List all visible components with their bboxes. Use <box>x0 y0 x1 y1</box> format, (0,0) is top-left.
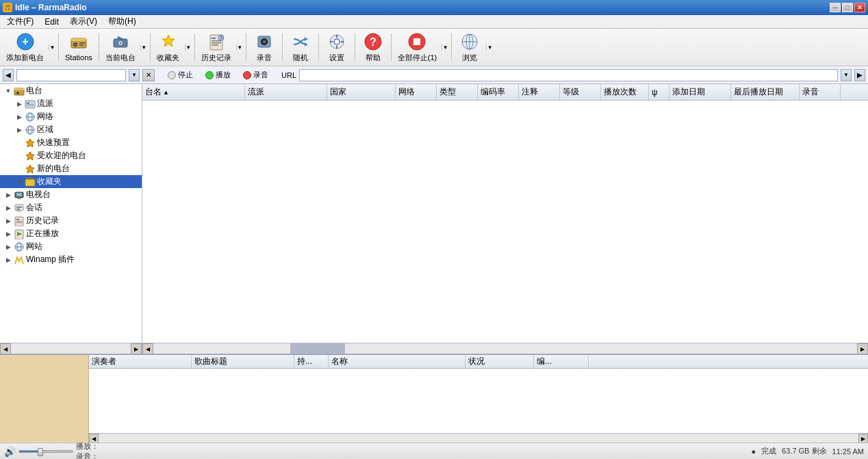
current-station-arrow[interactable]: ▼ <box>140 44 147 51</box>
expand-favorites[interactable]: ▼ <box>14 176 25 187</box>
sidebar-item-winamp[interactable]: ▶ Winamp 插件 <box>0 253 142 266</box>
th-col10[interactable]: ψ <box>649 84 669 100</box>
sidebar-scroll-track[interactable] <box>11 343 131 354</box>
browse-button[interactable]: 浏览 <box>455 31 485 64</box>
minimize-button[interactable]: ─ <box>830 3 841 12</box>
menu-help[interactable]: 帮助(H) <box>103 14 142 29</box>
add-station-button[interactable]: + 添加新电台 <box>3 31 47 64</box>
content-scroll-track[interactable] <box>153 343 857 354</box>
content-scroll-left[interactable]: ◀ <box>142 343 153 354</box>
history-button[interactable]: 历史记录 <box>198 31 235 64</box>
menu-file[interactable]: 文件(F) <box>1 14 39 29</box>
sidebar-item-website[interactable]: ▶ 网站 <box>0 240 142 253</box>
th-bitrate[interactable]: 编码率 <box>478 84 519 100</box>
bth-artist[interactable]: 演奏者 <box>89 355 192 368</box>
menu-edit[interactable]: Edit <box>39 16 64 28</box>
search-input[interactable] <box>16 69 126 81</box>
url-dropdown[interactable]: ▼ <box>841 69 852 81</box>
close-button[interactable]: ✕ <box>854 3 865 12</box>
current-station-button[interactable]: 当前电台 <box>102 31 139 64</box>
table-body[interactable] <box>142 101 868 343</box>
expand-website[interactable]: ▶ <box>3 241 14 252</box>
sidebar-item-new[interactable]: ▶ 新的电台 <box>0 162 142 175</box>
sidebar-item-genre[interactable]: ▶ 流派 <box>0 97 142 110</box>
th-name[interactable]: 台名 ▲ <box>142 84 245 100</box>
sidebar-item-region[interactable]: ▶ 区域 <box>0 123 142 136</box>
th-network[interactable]: 网络 <box>396 84 437 100</box>
search-clear-button[interactable]: ✕ <box>142 69 155 81</box>
maximize-button[interactable]: □ <box>842 3 853 12</box>
random-button[interactable]: 随机 <box>285 31 316 64</box>
expand-network[interactable]: ▶ <box>14 112 25 122</box>
sidebar-item-quickset[interactable]: ▶ 快速预置 <box>0 136 142 149</box>
svg-rect-27 <box>330 41 333 42</box>
history-arrow[interactable]: ▼ <box>236 44 243 51</box>
sidebar-scroll-left[interactable]: ◀ <box>0 343 11 354</box>
th-rating[interactable]: 等级 <box>560 84 601 100</box>
bth-name[interactable]: 名称 <box>329 355 465 368</box>
help-button[interactable]: ? 帮助 <box>358 31 388 64</box>
th-rec[interactable]: 录音 <box>800 84 841 100</box>
volume-thumb[interactable] <box>38 448 43 456</box>
th-country[interactable]: 国家 <box>327 84 396 100</box>
expand-quickset[interactable]: ▶ <box>14 137 25 148</box>
expand-playing[interactable]: ▶ <box>3 228 14 239</box>
add-station-arrow[interactable]: ▼ <box>49 44 55 51</box>
th-type[interactable]: 类型 <box>437 84 478 100</box>
sidebar-item-stations[interactable]: ▼ 电台 <box>0 84 142 97</box>
expand-region[interactable]: ▶ <box>14 124 25 135</box>
stop-button[interactable]: 停止 <box>163 68 198 82</box>
th-genre[interactable]: 流派 <box>245 84 327 100</box>
expand-session[interactable]: ▶ <box>3 202 14 213</box>
settings-button[interactable]: 设置 <box>322 31 352 64</box>
bth-duration[interactable]: 持... <box>294 355 329 368</box>
bottom-content[interactable]: ◀ ▶ <box>89 369 868 443</box>
expand-history[interactable]: ▶ <box>3 215 14 226</box>
sidebar-scroll-right[interactable]: ▶ <box>131 343 142 354</box>
record-button[interactable]: 录音 <box>249 31 279 64</box>
expand-genre[interactable]: ▶ <box>14 99 25 109</box>
search-dropdown[interactable]: ▼ <box>129 69 140 81</box>
bth-status[interactable]: 状况 <box>465 355 534 368</box>
sidebar-item-session[interactable]: ▶ 会话 <box>0 201 142 214</box>
th-plays[interactable]: 播放次数 <box>601 84 649 100</box>
favorites-button[interactable]: 收藏夹 <box>153 31 183 64</box>
sidebar-item-history[interactable]: ▶ 历史记录 <box>0 214 142 227</box>
sidebar-item-favorites[interactable]: ▼ 收藏夹 <box>0 175 142 188</box>
browse-arrow[interactable]: ▼ <box>486 44 493 51</box>
url-input[interactable] <box>299 69 838 81</box>
expand-tv[interactable]: ▶ <box>3 189 14 200</box>
stop-all-arrow[interactable]: ▼ <box>442 44 448 51</box>
speaker-icon: 🔊 <box>4 446 16 457</box>
bottom-scroll-track[interactable] <box>99 434 858 443</box>
sidebar-item-popular[interactable]: ▶ 受欢迎的电台 <box>0 149 142 162</box>
favorites-arrow[interactable]: ▼ <box>185 44 192 51</box>
bottom-scroll-left[interactable]: ◀ <box>89 434 99 443</box>
sidebar-item-network[interactable]: ▶ 网络 <box>0 110 142 123</box>
expand-new[interactable]: ▶ <box>14 163 25 174</box>
th-added[interactable]: 添加日期 <box>669 84 731 100</box>
content-scroll-thumb[interactable] <box>290 343 345 354</box>
bottom-scroll-right[interactable]: ▶ <box>858 434 868 443</box>
stop-all-button[interactable]: 全部停止(1) <box>394 31 440 64</box>
bth-title[interactable]: 歌曲标题 <box>192 355 294 368</box>
th-notes[interactable]: 注释 <box>519 84 560 100</box>
search-right-button[interactable]: ▶ <box>854 69 865 81</box>
search-prev-button[interactable]: ◀ <box>3 69 14 81</box>
volume-slider-container[interactable] <box>18 450 73 453</box>
th-lastplay[interactable]: 最后播放日期 <box>731 84 800 100</box>
content-area: ▼ 电台 ▶ 流派 ▶ 网络 <box>0 84 868 343</box>
play-button[interactable]: 播放 <box>201 68 235 82</box>
bth-encoder[interactable]: 编... <box>534 355 589 368</box>
content-scroll-right[interactable]: ▶ <box>857 343 868 354</box>
volume-slider[interactable] <box>18 450 73 453</box>
sidebar-item-playing[interactable]: ▶ 正在播放 <box>0 227 142 240</box>
stations-button[interactable]: Stations <box>62 31 96 64</box>
record-ctrl-button[interactable]: 录音 <box>238 68 273 82</box>
expand-winamp[interactable]: ▶ <box>3 254 14 265</box>
menu-view[interactable]: 表示(V) <box>64 14 103 29</box>
current-station-label: 当前电台 <box>105 53 136 63</box>
expand-popular[interactable]: ▶ <box>14 150 25 161</box>
sidebar-item-tv[interactable]: ▶ 电视台 <box>0 188 142 201</box>
expand-stations[interactable]: ▼ <box>3 86 14 96</box>
